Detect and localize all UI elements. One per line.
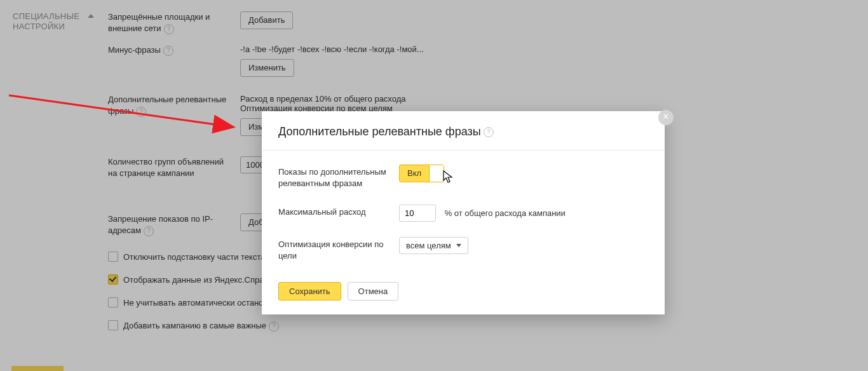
max-spend-hint: % от общего расхода кампании [445, 208, 566, 218]
goal-select[interactable]: всем целям [399, 237, 468, 254]
checkbox[interactable] [108, 320, 118, 330]
banned-sites-add-button[interactable]: Добавить [240, 11, 293, 29]
checkbox[interactable] [108, 274, 118, 285]
checkbox[interactable] [108, 252, 118, 262]
max-spend-input[interactable] [399, 205, 436, 222]
yellow-stub [11, 366, 64, 371]
relevant-phrases-toggle[interactable]: Вкл [399, 165, 444, 182]
negative-label: Минус-фразы? [108, 44, 229, 56]
chevron-down-icon [456, 244, 461, 247]
text: Запрещение показов по IP-адресам [108, 214, 213, 235]
max-spend-label: Максимальный расход [278, 205, 399, 218]
text: Запрещённые площадки и внешние сети [108, 12, 210, 33]
help-icon[interactable]: ? [144, 226, 154, 236]
checkbox-label: Добавить кампанию в самые важные [123, 321, 266, 330]
checkbox-row[interactable]: Добавить кампанию в самые важные? [108, 320, 279, 332]
negative-summary: -!а -!be -!будет -!всех -!всю -!если -!к… [240, 44, 424, 54]
text: Дополнительные релевантные фразы [278, 125, 481, 138]
chevron-up-icon[interactable] [88, 14, 94, 18]
cancel-button[interactable]: Отмена [348, 282, 399, 300]
section-title: СПЕЦИАЛЬНЫЕ НАСТРОЙКИ [13, 11, 79, 32]
ipban-label: Запрещение показов по IP-адресам? [108, 213, 229, 236]
banned-sites-label: Запрещённые площадки и внешние сети? [108, 11, 229, 34]
text: Минус-фразы [108, 45, 161, 55]
toggle-handle-icon[interactable] [429, 165, 444, 182]
relevant-phrases-modal: × Дополнительные релевантные фразы? Пока… [262, 111, 665, 314]
text: Дополнительные релевантные фразы [108, 95, 226, 116]
help-icon[interactable]: ? [164, 24, 174, 34]
help-icon[interactable]: ? [163, 46, 173, 56]
help-icon[interactable]: ? [136, 107, 146, 117]
toggle-on-label: Вкл [400, 165, 429, 182]
help-icon[interactable]: ? [484, 127, 494, 137]
save-button[interactable]: Сохранить [278, 282, 341, 300]
relevant-label: Дополнительные релевантные фразы? [108, 94, 229, 117]
checkbox[interactable] [108, 297, 118, 307]
relevant-summary-1: Расход в пределах 10% от общего расхода [240, 94, 405, 104]
goal-select-value: всем целям [406, 241, 451, 250]
toggle-label: Показы по дополнительным релевантным фра… [278, 165, 399, 189]
goal-label: Оптимизация конверсии по цели [278, 237, 399, 262]
close-icon[interactable]: × [658, 110, 674, 125]
negative-edit-button[interactable]: Изменить [240, 59, 294, 77]
help-icon[interactable]: ? [269, 321, 279, 332]
modal-title: Дополнительные релевантные фразы? [262, 111, 665, 151]
groups-label: Количество групп объявлений на странице … [108, 156, 229, 179]
